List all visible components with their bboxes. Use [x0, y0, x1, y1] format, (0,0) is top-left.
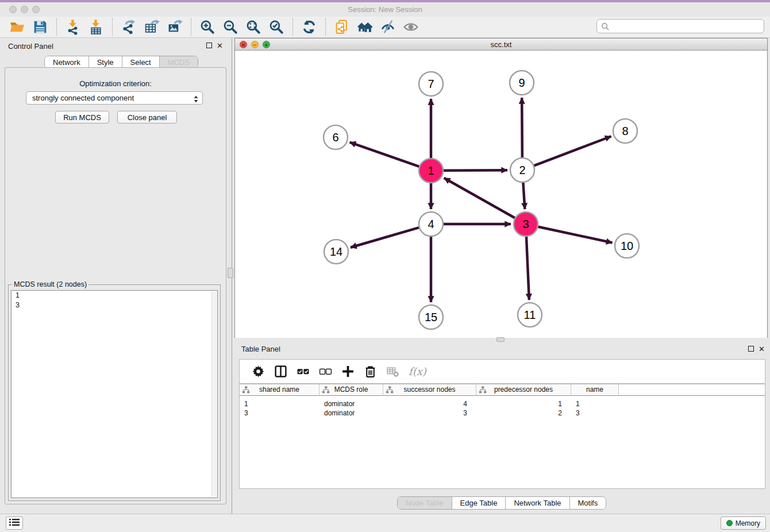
graph-edge-2-8[interactable]	[534, 136, 611, 165]
network-window-titlebar[interactable]: ✕ − + scc.txt	[235, 38, 767, 51]
column-header-successor-nodes[interactable]: successor nodes	[383, 384, 476, 396]
search-box	[596, 19, 764, 33]
zoom-out-icon[interactable]	[220, 17, 241, 37]
toolbar-separator	[292, 18, 293, 36]
graph-edge-2-9[interactable]	[522, 98, 522, 158]
node-table: shared nameMCDS rolesuccessor nodesprede…	[239, 384, 765, 489]
search-input[interactable]	[611, 20, 760, 32]
clone-network-icon	[334, 19, 350, 35]
tab-edge-table[interactable]: Edge Table	[452, 497, 506, 509]
node-label-6: 6	[332, 131, 338, 144]
zoom-fit-icon	[245, 19, 261, 35]
table-panel-title: Table Panel	[241, 345, 280, 353]
list-icon	[9, 518, 20, 528]
node-label-15: 15	[425, 311, 437, 323]
graph-edge-1-2[interactable]	[443, 170, 507, 171]
table-cell: 3	[383, 408, 476, 418]
control-panel: Control Panel ✕ NetworkStyleSelectMCDS O…	[0, 38, 231, 514]
unselect-all-icon[interactable]	[319, 365, 332, 378]
delete-column-icon[interactable]	[364, 365, 377, 378]
memory-button[interactable]: Memory	[721, 516, 766, 530]
tab-motifs[interactable]: Motifs	[570, 497, 606, 509]
home-icon	[357, 19, 373, 35]
window-title: Session: New Session	[0, 2, 770, 17]
zoom-in-icon[interactable]	[197, 17, 218, 37]
network-graph: 7968124314101511	[235, 51, 767, 338]
status-bar: Memory	[0, 514, 770, 532]
zoom-selected-icon[interactable]	[266, 17, 287, 37]
column-label: name	[586, 385, 603, 394]
import-table-icon[interactable]	[86, 17, 106, 37]
tab-node-table[interactable]: Node Table	[398, 497, 452, 509]
network-window: ✕ − + scc.txt 7968124314101511	[234, 38, 768, 338]
clone-network-icon[interactable]	[332, 17, 352, 37]
search-icon	[601, 22, 609, 33]
import-network-icon[interactable]	[63, 17, 83, 37]
control-panel-title: Control Panel	[8, 42, 53, 51]
tree-icon	[479, 386, 487, 397]
node-label-4: 4	[428, 218, 434, 230]
criterion-dropdown[interactable]: strongly connected component	[26, 91, 203, 105]
tab-mcds[interactable]: MCDS	[160, 56, 198, 68]
panel-divider-grip[interactable]	[228, 268, 233, 278]
graph-edge-3-10[interactable]	[538, 226, 613, 242]
graph-edge-1-6[interactable]	[350, 142, 420, 167]
home-icon[interactable]	[355, 17, 375, 37]
column-header-shared-name[interactable]: shared name	[240, 384, 319, 396]
column-header-name[interactable]: name	[571, 384, 619, 396]
table-float-icon[interactable]	[748, 346, 754, 352]
graph-edge-3-11[interactable]	[526, 236, 529, 300]
zoom-out-icon	[222, 19, 238, 35]
run-mcds-button[interactable]: Run MCDS	[55, 111, 109, 124]
column-label: MCDS role	[334, 385, 368, 394]
tab-select[interactable]: Select	[122, 56, 160, 68]
export-table-icon[interactable]	[141, 17, 162, 37]
table-cell: 2	[476, 408, 571, 418]
export-network-icon[interactable]	[118, 17, 139, 37]
mcds-result-box: MCDS result (2 nodes) 13	[8, 284, 221, 501]
export-image-icon[interactable]	[164, 17, 185, 37]
memory-status-icon	[726, 520, 733, 526]
delete-table-icon	[386, 365, 399, 378]
add-column-icon	[341, 365, 355, 378]
task-history-button[interactable]	[6, 516, 23, 530]
graph-edge-4-14[interactable]	[351, 228, 419, 248]
close-panel-button[interactable]: Close panel	[117, 111, 177, 124]
select-all-icon[interactable]	[297, 365, 310, 378]
column-label: successor nodes	[403, 385, 455, 394]
node-label-9: 9	[518, 76, 525, 89]
select-all-icon	[297, 365, 310, 378]
graph-edge-2-3[interactable]	[523, 182, 525, 209]
column-header-MCDS-role[interactable]: MCDS role	[319, 384, 383, 396]
delete-table-icon	[386, 365, 399, 378]
add-column-icon[interactable]	[341, 365, 355, 378]
table-cell: dominator	[319, 408, 383, 418]
tab-network-table[interactable]: Network Table	[506, 497, 569, 509]
hide-graphics-icon[interactable]	[378, 17, 398, 37]
node-label-7: 7	[428, 78, 434, 90]
table-row[interactable]: 3dominator323	[240, 408, 765, 418]
hide-graphics-icon	[380, 19, 396, 35]
graph-edge-3-1[interactable]	[444, 178, 515, 218]
network-canvas[interactable]: 7968124314101511	[235, 51, 767, 338]
open-session-icon[interactable]	[7, 17, 28, 37]
tab-style[interactable]: Style	[89, 56, 122, 68]
mcds-result-text[interactable]: 13	[11, 290, 218, 498]
zoom-fit-icon[interactable]	[243, 17, 264, 37]
table-close-icon[interactable]: ✕	[759, 346, 765, 353]
save-session-icon[interactable]	[30, 17, 51, 37]
gear-icon[interactable]	[252, 365, 265, 378]
refresh-icon[interactable]	[299, 17, 319, 37]
table-row[interactable]: 1dominator411	[240, 399, 765, 408]
toolbar-separator	[191, 18, 191, 36]
column-header-predecessor-nodes[interactable]: predecessor nodes	[476, 384, 571, 396]
close-panel-icon[interactable]: ✕	[217, 43, 223, 49]
eye-icon[interactable]	[401, 17, 421, 37]
tab-network[interactable]: Network	[45, 56, 89, 68]
split-panel-icon[interactable]	[274, 365, 287, 378]
table-cell: 1	[476, 399, 571, 408]
eye-icon	[403, 19, 419, 35]
float-panel-icon[interactable]	[206, 43, 212, 48]
dropdown-stepper-icon	[194, 94, 198, 106]
result-scrollbar[interactable]	[211, 291, 217, 497]
